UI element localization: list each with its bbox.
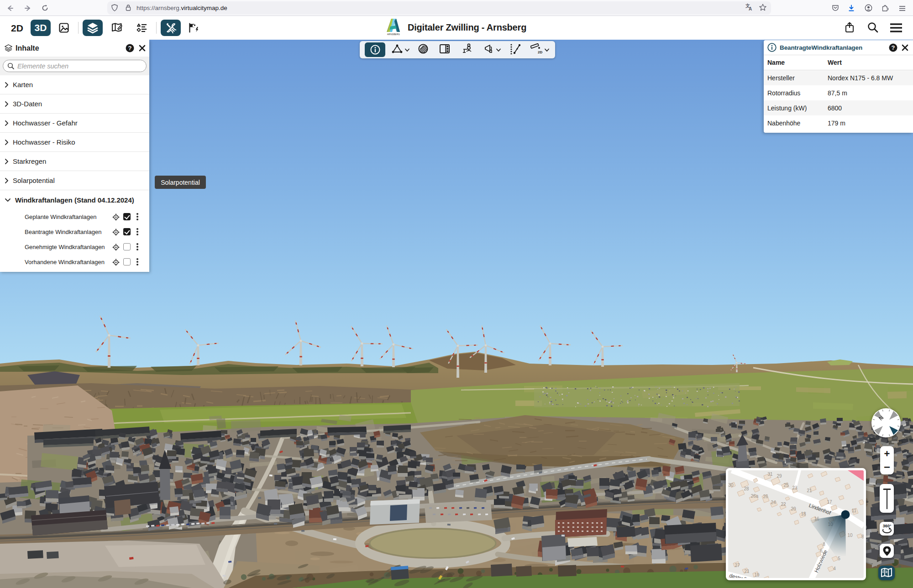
svg-text:21: 21	[744, 569, 750, 574]
svg-text:30: 30	[728, 483, 734, 488]
svg-text:A: A	[749, 6, 752, 11]
svg-text:21: 21	[807, 488, 812, 493]
svg-text:28: 28	[744, 486, 749, 491]
svg-text:18: 18	[801, 511, 806, 516]
svg-text:22: 22	[781, 502, 786, 507]
svg-text:26a: 26a	[751, 494, 759, 499]
svg-text:11: 11	[852, 508, 857, 513]
svg-text:8: 8	[823, 542, 825, 547]
svg-text:31: 31	[767, 472, 773, 477]
svg-text:360°: 360°	[882, 524, 891, 528]
svg-text:20: 20	[791, 506, 796, 511]
svg-text:?: ?	[128, 45, 132, 52]
svg-text:23: 23	[792, 485, 798, 490]
svg-text:24: 24	[771, 500, 776, 505]
svg-text:26: 26	[763, 494, 768, 499]
svg-text:27: 27	[735, 563, 740, 568]
svg-text:17: 17	[827, 500, 832, 505]
svg-text:2D: 2D	[538, 50, 542, 54]
svg-text:10: 10	[847, 533, 853, 538]
svg-text:ARNSBERG: ARNSBERG	[387, 33, 400, 36]
svg-text:4: 4	[833, 566, 836, 571]
svg-text:?: ?	[892, 44, 895, 51]
svg-text:25: 25	[783, 483, 789, 488]
svg-text:8: 8	[861, 534, 864, 539]
svg-text:19: 19	[754, 572, 760, 578]
svg-text:5: 5	[838, 556, 840, 561]
svg-text:29: 29	[777, 474, 782, 479]
